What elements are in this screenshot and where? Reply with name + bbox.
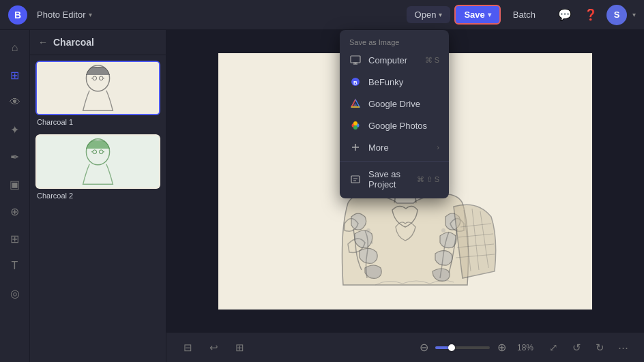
batch-label: Batch [513, 10, 536, 20]
zoom-percent: 18% [513, 343, 538, 352]
help-icon: ❓ [584, 8, 598, 21]
charcoal2-label: Charcoal 2 [35, 189, 160, 202]
touch-icon: ✒ [10, 151, 19, 164]
app-title-button[interactable]: Photo Editor ▾ [33, 7, 96, 22]
sidebar-touch-button[interactable]: ✒ [3, 145, 27, 169]
app-title-chevron: ▾ [89, 11, 92, 18]
zoom-controls: ⊖ ⊕ 18% [415, 339, 538, 357]
sidebar-adjustments-button[interactable]: ⊞ [3, 63, 27, 87]
overlays-icon: ⊕ [10, 205, 19, 218]
charcoal1-label: Charcoal 1 [35, 115, 160, 129]
chat-icon-button[interactable]: 💬 [555, 5, 575, 25]
save-dropdown-menu: Save as Image Computer ⌘ S B BeFunky [340, 30, 449, 198]
panel-items-list: Charcoal 1 [30, 55, 166, 362]
computer-icon [349, 54, 362, 66]
more-options-button[interactable]: ⋯ [613, 337, 633, 358]
redo-icon: ↻ [596, 342, 604, 354]
history-button[interactable]: ↩ [203, 337, 224, 358]
save-computer-item[interactable]: Computer ⌘ S [340, 49, 449, 71]
charcoal2-thumbnail [35, 134, 160, 189]
zoom-out-icon: ⊖ [420, 341, 428, 354]
undo-icon: ↺ [572, 342, 581, 354]
main-area: ⌂ ⊞ 👁 ✦ ✒ ▣ ⊕ ⊞ T ◎ [0, 30, 644, 362]
save-section-label: Save as Image [340, 34, 449, 49]
zoom-out-button[interactable]: ⊖ [415, 339, 433, 357]
back-button[interactable]: ← [38, 37, 48, 48]
layers-icon: ⊟ [184, 342, 192, 354]
computer-label: Computer [368, 55, 418, 65]
effects-icon: ✦ [10, 123, 19, 136]
home-icon: ⌂ [12, 42, 18, 54]
icon-sidebar: ⌂ ⊞ 👁 ✦ ✒ ▣ ⊕ ⊞ T ◎ [0, 30, 30, 362]
save-more-item[interactable]: More › [340, 136, 449, 158]
fit-icon: ⤢ [549, 342, 558, 354]
save-button[interactable]: Save ▾ [454, 5, 500, 25]
redo-button[interactable]: ↻ [589, 337, 610, 358]
save-befunky-item[interactable]: B BeFunky [340, 71, 449, 93]
list-item[interactable]: Charcoal 1 [35, 61, 160, 129]
fit-screen-button[interactable]: ⤢ [543, 337, 564, 358]
layers-button[interactable]: ⊟ [177, 337, 198, 358]
open-button[interactable]: Open ▾ [407, 6, 451, 23]
bottombar: ⊟ ↩ ⊞ ⊖ ⊕ 18% [166, 332, 644, 362]
panel-title: Charcoal [53, 37, 94, 48]
app-title-label: Photo Editor [37, 10, 86, 20]
sidebar-stickers-button[interactable]: ⊞ [3, 226, 27, 251]
topbar-right: 💬 ❓ S ▾ [555, 5, 636, 25]
save-project-item[interactable]: Save as Project ⌘ ⇧ S [340, 164, 449, 194]
sidebar-effects-button[interactable]: ✦ [3, 117, 27, 142]
zoom-in-button[interactable]: ⊕ [493, 339, 510, 357]
effects-panel: ← Charcoal [30, 30, 166, 362]
help-icon-button[interactable]: ❓ [581, 5, 601, 25]
gphotos-label: Google Photos [368, 121, 439, 131]
user-avatar[interactable]: S [606, 5, 627, 25]
charcoal1-thumbnail [35, 61, 160, 115]
sidebar-overlays-button[interactable]: ⊕ [3, 199, 27, 224]
zoom-in-icon: ⊕ [497, 341, 506, 354]
sidebar-home-button[interactable]: ⌂ [3, 35, 27, 60]
zoom-slider-thumb [448, 344, 455, 351]
more-label: More [368, 142, 430, 153]
adjustments-icon: ⊞ [10, 69, 19, 82]
befunky-label: BeFunky [368, 77, 439, 87]
computer-shortcut: ⌘ S [425, 56, 439, 65]
plus-icon [349, 141, 362, 153]
save-project-shortcut: ⌘ ⇧ S [417, 175, 439, 184]
svg-point-22 [370, 241, 373, 244]
open-label: Open [415, 10, 437, 20]
batch-button[interactable]: Batch [505, 6, 544, 23]
dropdown-divider [340, 161, 449, 162]
svg-point-33 [353, 121, 357, 125]
gdrive-label: Google Drive [368, 99, 439, 109]
back-icon: ← [38, 37, 48, 48]
more-arrow: › [437, 143, 439, 151]
chat-icon: 💬 [558, 8, 572, 21]
misc-icon: ◎ [10, 287, 20, 300]
zoom-slider[interactable] [435, 346, 490, 349]
save-chevron: ▾ [488, 11, 491, 18]
svg-point-23 [441, 228, 445, 232]
grid-icon: ⊞ [235, 342, 244, 354]
undo-button[interactable]: ↺ [566, 337, 587, 358]
save-label: Save [464, 10, 484, 20]
app-logo[interactable]: B [8, 5, 27, 25]
account-chevron[interactable]: ▾ [632, 11, 636, 18]
befunky-icon: B [349, 76, 362, 88]
grid-button[interactable]: ⊞ [229, 337, 250, 358]
bottom-right-icons: ⤢ ↺ ↻ ⋯ [543, 337, 633, 358]
list-item[interactable]: Charcoal 2 [35, 134, 160, 202]
sidebar-preview-button[interactable]: 👁 [3, 90, 27, 115]
history-icon: ↩ [209, 342, 218, 354]
project-icon [349, 173, 362, 185]
sidebar-misc-button[interactable]: ◎ [3, 281, 27, 305]
save-gdrive-item[interactable]: Google Drive [340, 93, 449, 115]
stickers-icon: ⊞ [10, 232, 19, 245]
panel-header: ← Charcoal [30, 30, 166, 55]
sidebar-frames-button[interactable]: ▣ [3, 172, 27, 196]
gphotos-icon [349, 119, 362, 132]
save-gphotos-item[interactable]: Google Photos [340, 115, 449, 136]
topbar: B Photo Editor ▾ Open ▾ Save ▾ Batch 💬 ❓… [0, 0, 644, 30]
sidebar-text-button[interactable]: T [3, 254, 27, 278]
eye-icon: 👁 [10, 96, 20, 108]
svg-point-34 [353, 125, 357, 130]
